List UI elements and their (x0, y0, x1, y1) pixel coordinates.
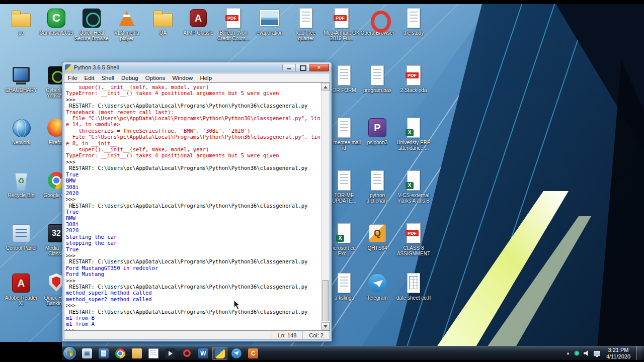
menu-edit[interactable]: Edit (81, 75, 98, 81)
maximize-button[interactable] (296, 64, 309, 71)
window-titlebar[interactable]: Python 3.6.5 Shell × (62, 62, 332, 72)
document-icon (333, 117, 356, 139)
taskbar-telegram-button[interactable] (229, 347, 244, 360)
status-bar: Ln: 148 Col: 2 (64, 331, 330, 339)
menu-bar: File Edit Shell Debug Options Window Hel… (64, 73, 330, 82)
desktop-icon-mcq-gk-pdf[interactable]: Mcq-Anhant GK 2019 Fu... (324, 7, 360, 41)
taskbar-opera-button[interactable] (179, 347, 194, 360)
icon-label: Camtasia 2019 (38, 30, 74, 36)
desktop-icon-v-cs-external-marks[interactable]: V-CS-external marks A ans B (395, 169, 432, 204)
chrome-icon (115, 348, 125, 358)
desktop-icon-evaporation[interactable]: evaporation (252, 7, 288, 36)
desktop-icon-university-erp[interactable]: Univeristy ERP attendance ... (395, 117, 432, 151)
quick-heal-tray-icon[interactable] (574, 350, 580, 356)
desktop-icon-quick-heal-secure-browse[interactable]: Quick Heal Secure Browse (73, 7, 110, 41)
desktop-icon-python-dictionary[interactable]: python dictionary (359, 169, 395, 204)
shell-line: e 14, in <module> (66, 121, 321, 127)
screen: pc Camtasia 2019 Quick Heal Secure Brows… (0, 0, 644, 362)
icon-label: program.bas (359, 87, 395, 93)
excel-icon (333, 222, 356, 244)
taskbar-chrome-button[interactable] (113, 347, 128, 360)
desktop-icon-vlc[interactable]: VLC media player (109, 7, 145, 41)
shell-line: Ford Mustang (66, 271, 321, 277)
desktop-icon-btech-pdf[interactable]: B.Tech (Non Credit Cours... (215, 7, 252, 41)
desktop-icon-network[interactable]: Network (3, 117, 39, 145)
word-icon (198, 348, 208, 358)
menu-help[interactable]: Help (196, 75, 215, 81)
menu-file[interactable]: File (64, 75, 81, 81)
shell-line: 308i (66, 184, 321, 190)
taskbar-camtasia-button[interactable] (246, 347, 261, 360)
taskbar-clock[interactable]: 3:21 PM 4/11/2020 (606, 347, 630, 360)
taskbar-word-button[interactable] (196, 347, 211, 360)
document-icon (402, 7, 425, 29)
desktop-icon-pc[interactable]: pc (3, 7, 39, 36)
icon-label: evaporation (252, 30, 288, 36)
menu-window[interactable]: Window (169, 75, 196, 81)
taskbar-media-player-button[interactable] (163, 347, 178, 360)
shell-line: >>> (66, 302, 321, 308)
desktop-icon-kabir-fee-quarter[interactable]: kabir fee quarter (288, 7, 324, 41)
spreadsheet-doc-icon (402, 272, 425, 294)
taskbar-explorer-button[interactable] (129, 347, 144, 360)
show-hidden-icons-button[interactable]: ▲ (566, 351, 570, 355)
taskbar-notepad-button[interactable] (146, 347, 161, 360)
desktop-icon-program-bas[interactable]: program.bas (359, 64, 395, 93)
desktop-icon-psiphon3[interactable]: psiphon3 (359, 117, 395, 145)
vertical-scrollbar[interactable] (321, 83, 330, 330)
desktop-icon-chaudhary-computer[interactable]: CHAUDHARY (3, 64, 39, 93)
shell-line: >>> (66, 159, 321, 165)
window-title: Python 3.6.5 Shell (74, 64, 119, 70)
desktop-icon-qhts64[interactable]: QHTS64 (359, 222, 395, 251)
scroll-up-button[interactable] (321, 83, 330, 91)
desktop-icon-aimp-classic[interactable]: AIMP Classic (180, 7, 216, 36)
show-desktop-button[interactable] (636, 346, 641, 360)
up-arrow-icon (324, 86, 328, 88)
icon-label: Control Panel (3, 245, 39, 251)
icon-label: python dictionary (359, 193, 395, 204)
icon-label: the study (395, 30, 432, 36)
camtasia-icon (248, 348, 258, 358)
vlc-cone-icon (115, 7, 138, 29)
desktop-icon-qa[interactable]: QA (145, 7, 181, 36)
shell-line: RESTART: C:\Users\pc\AppData\Local\Progr… (66, 103, 321, 109)
shell-line: BMW (66, 177, 321, 184)
close-button[interactable]: × (309, 64, 329, 71)
desktop-icon-recycle-bin[interactable]: Recycle Bin (3, 169, 39, 198)
desktop-icon-the-study[interactable]: the study (395, 7, 432, 36)
python-shell-window: Python 3.6.5 Shell × File Edit Shell Deb… (62, 62, 332, 342)
taskbar-calculator-button[interactable] (96, 347, 111, 360)
desktop-icon-control-panel[interactable]: Control Panel (3, 222, 39, 251)
shell-line: RESTART: C:\Users\pc\AppData\Local\Progr… (66, 309, 321, 315)
desktop-icon-date-sheet[interactable]: date sheet co.II (395, 272, 432, 301)
shell-text[interactable]: super().__init__(self, make, model, year… (64, 83, 321, 330)
desktop-icon-adobe-reader[interactable]: Adobe Reader XI (3, 272, 39, 306)
shell-line: RESTART: C:\Users\pc\AppData\Local\Progr… (66, 203, 321, 209)
icon-label: date sheet co.II (395, 295, 432, 301)
taskbar-python-idle-button[interactable] (212, 347, 227, 360)
icon-label: V-CS-external marks A ans B (395, 193, 432, 204)
desktop-icon-class-8-assignment[interactable]: CLASS 8 ASSIGNMENT (395, 222, 432, 256)
menu-shell[interactable]: Shell (98, 75, 118, 81)
calculator-icon (99, 348, 109, 358)
desktop-icon-telegram[interactable]: Telegram (359, 272, 395, 301)
python-window-icon (65, 64, 71, 71)
desktop-icon-2-stack-pda[interactable]: 2 Stack pda (395, 64, 432, 93)
scroll-down-button[interactable] (321, 322, 330, 330)
desktop-icon-camtasia-2019[interactable]: Camtasia 2019 (38, 7, 74, 36)
shell-line: True (66, 246, 321, 252)
menu-debug[interactable]: Debug (118, 75, 142, 81)
desktop-icon-opera-browser[interactable]: Opera Browser (359, 7, 395, 36)
network-icon[interactable] (594, 351, 600, 356)
down-arrow-icon (324, 325, 328, 328)
volume-icon[interactable] (584, 350, 590, 356)
shell-line: TypeError: __init__() takes 4 positional… (66, 90, 321, 96)
pdf-icon (330, 7, 353, 29)
start-button[interactable] (63, 347, 76, 359)
shell-line: RESTART: C:\Users\pc\AppData\Local\Progr… (66, 165, 321, 171)
icon-label: Mcq-Anhant GK 2019 Fu... (324, 30, 360, 41)
scrollbar-thumb[interactable] (322, 280, 329, 321)
minimize-button[interactable] (282, 64, 296, 71)
taskbar-photos-button[interactable] (79, 347, 95, 360)
menu-options[interactable]: Options (142, 75, 169, 81)
